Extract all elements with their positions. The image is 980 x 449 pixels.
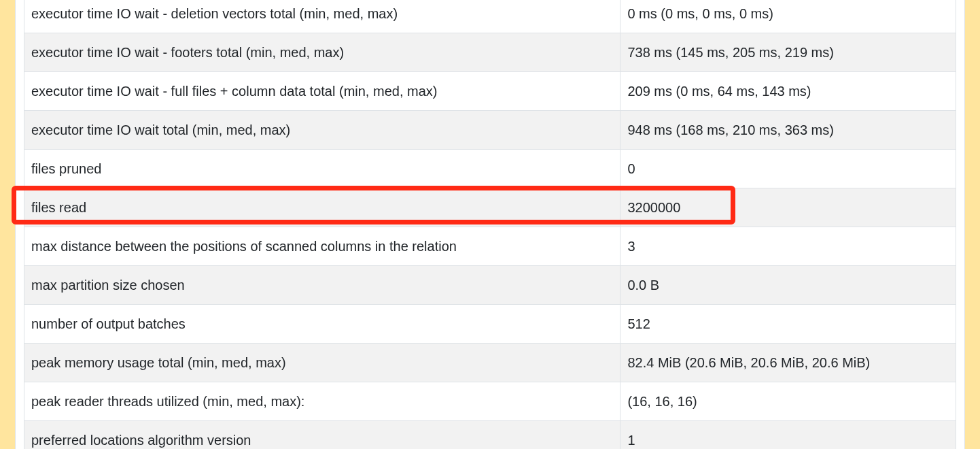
metric-label: peak reader threads utilized (min, med, … [24,382,620,421]
metric-label: max partition size chosen [24,266,620,305]
metric-label: files read [24,188,620,227]
metric-value: 0 [620,150,956,188]
metric-label: executor time IO wait - deletion vectors… [24,0,620,33]
metric-value: 1 [620,421,956,450]
metric-label: files pruned [24,150,620,188]
table-row: max distance between the positions of sc… [24,227,956,266]
table-row: peak reader threads utilized (min, med, … [24,382,956,421]
table-row: max partition size chosen 0.0 B [24,266,956,305]
metric-label: preferred locations algorithm version [24,421,620,450]
metric-label: max distance between the positions of sc… [24,227,620,266]
metrics-panel: executor time IO wait - deletion vectors… [15,0,965,449]
metric-value: 82.4 MiB (20.6 MiB, 20.6 MiB, 20.6 MiB) [620,344,956,382]
table-row: number of output batches 512 [24,305,956,344]
metric-label: executor time IO wait total (min, med, m… [24,111,620,150]
table-row: files read 3200000 [24,188,956,227]
table-row: executor time IO wait total (min, med, m… [24,111,956,150]
metric-value: 0.0 B [620,266,956,305]
metric-value: 3 [620,227,956,266]
table-row: executor time IO wait - full files + col… [24,72,956,111]
metrics-table: executor time IO wait - deletion vectors… [24,0,956,449]
metrics-panel-inner: executor time IO wait - deletion vectors… [16,0,964,449]
viewport: executor time IO wait - deletion vectors… [0,0,980,449]
metric-value: 209 ms (0 ms, 64 ms, 143 ms) [620,72,956,111]
metric-value: 738 ms (145 ms, 205 ms, 219 ms) [620,33,956,72]
metric-value: 3200000 [620,188,956,227]
table-row: peak memory usage total (min, med, max) … [24,344,956,382]
metric-label: number of output batches [24,305,620,344]
metric-value: 512 [620,305,956,344]
table-row: preferred locations algorithm version 1 [24,421,956,450]
table-row: files pruned 0 [24,150,956,188]
metric-value: 948 ms (168 ms, 210 ms, 363 ms) [620,111,956,150]
table-row: executor time IO wait - deletion vectors… [24,0,956,33]
metric-label: executor time IO wait - footers total (m… [24,33,620,72]
metric-value: 0 ms (0 ms, 0 ms, 0 ms) [620,0,956,33]
metric-label: executor time IO wait - full files + col… [24,72,620,111]
metric-label: peak memory usage total (min, med, max) [24,344,620,382]
metric-value: (16, 16, 16) [620,382,956,421]
table-row: executor time IO wait - footers total (m… [24,33,956,72]
